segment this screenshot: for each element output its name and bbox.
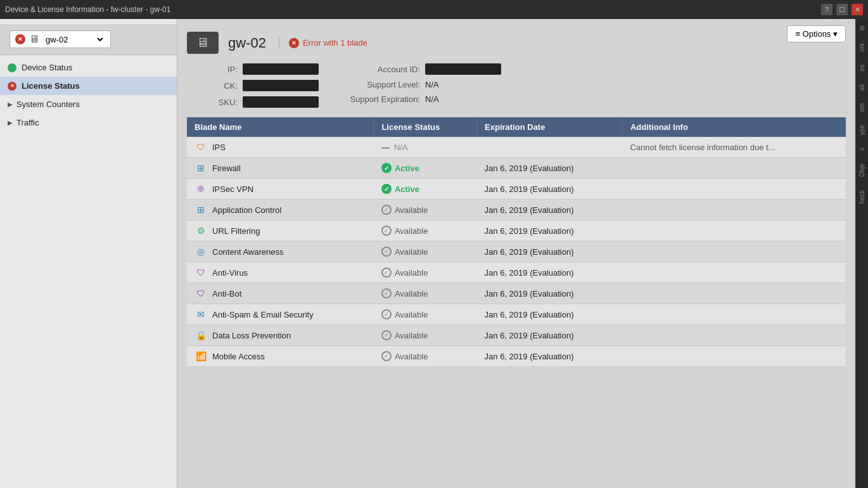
sidebar-item-license-status[interactable]: License Status [0, 77, 177, 95]
detail-row-support-level: Support Level: N/A [344, 80, 501, 89]
sidebar-item-label: Device Status [22, 63, 72, 72]
status-cell: ✓Available [374, 283, 477, 304]
status-text: Available [395, 289, 428, 299]
additional-info-cell [622, 325, 846, 346]
table-body: 🛡IPS—N/ACannot fetch license information… [187, 137, 846, 367]
table-row: 📶Mobile Access✓AvailableJan 6, 2019 (Eva… [187, 346, 846, 367]
right-panel-text-4: ati [858, 84, 865, 91]
additional-info-cell [622, 304, 846, 325]
blade-name: Application Control [212, 205, 281, 215]
right-panel-text-8: Obje [858, 164, 865, 177]
blade-icon: 🔒 [195, 329, 207, 342]
table-row: 🛡Anti-Virus✓AvailableJan 6, 2019 (Evalua… [187, 262, 846, 283]
blade-icon: ⊞ [195, 203, 207, 216]
sidebar-item-traffic[interactable]: ▶ Traffic [0, 113, 177, 132]
blade-name: Anti-Virus [212, 268, 248, 278]
expiration-cell: Jan 6, 2019 (Evaluation) [477, 262, 623, 283]
col-additional-info: Additional Info [622, 117, 846, 137]
restore-button[interactable]: ☐ [836, 4, 848, 15]
na-dash-icon: — [381, 143, 390, 152]
expiration-cell: Jan 6, 2019 (Evaluation) [477, 346, 623, 367]
status-cell: ✓Active [374, 158, 477, 179]
device-status-icon [8, 63, 16, 72]
available-check-icon: ✓ [381, 267, 392, 278]
status-text: Available [395, 310, 428, 319]
table-row: ✉Anti-Spam & Email Security✓AvailableJan… [187, 304, 846, 325]
ck-label: CK: [187, 81, 238, 91]
table-row: 🛡Anti-Bot✓AvailableJan 6, 2019 (Evaluati… [187, 283, 846, 304]
help-button[interactable]: ? [821, 4, 833, 15]
right-panel-text-2: ork [858, 43, 865, 52]
blade-cell: ✉Anti-Spam & Email Security [187, 304, 374, 325]
device-error-circle-icon: ✕ [289, 38, 299, 48]
sidebar-device-selector[interactable]: ✕ 🖥 gw-02 gw-01 [10, 30, 111, 48]
support-expiration-label: Support Expiration: [344, 94, 420, 104]
blade-icon: ⊞ [195, 162, 207, 174]
expiration-cell: Jan 6, 2019 (Evaluation) [477, 179, 623, 200]
right-panel: te ork es ati om ype s Obje heck [855, 19, 868, 488]
blade-icon: 🛡 [195, 266, 207, 279]
status-cell: —N/A [374, 137, 477, 158]
active-check-icon: ✓ [381, 184, 392, 194]
table-row: 🛡IPS—N/ACannot fetch license information… [187, 137, 846, 158]
sidebar-item-label: Traffic [16, 118, 39, 127]
additional-info-cell [622, 200, 846, 221]
status-cell: ✓Available [374, 200, 477, 221]
close-button[interactable]: ✕ [852, 4, 863, 15]
support-level-value: N/A [425, 80, 439, 89]
status-cell: ✓Available [374, 304, 477, 325]
available-check-icon: ✓ [381, 288, 392, 299]
device-details: IP: CK: SKU: Account ID: [187, 63, 846, 108]
status-text: Available [395, 226, 428, 236]
sidebar-item-system-counters[interactable]: ▶ System Counters [0, 95, 177, 113]
active-check-icon: ✓ [381, 163, 392, 173]
detail-col-right: Account ID: Support Level: N/A Support E… [344, 63, 501, 108]
additional-info-cell: Cannot fetch license information due t..… [622, 137, 846, 158]
status-text: Available [395, 331, 428, 340]
available-check-icon: ✓ [381, 330, 392, 340]
additional-info-cell [622, 241, 846, 262]
right-panel-text-1: te [858, 25, 865, 30]
blade-cell: ⊞Firewall [187, 158, 374, 179]
blade-name: Anti-Bot [212, 289, 241, 299]
detail-row-ip: IP: [187, 63, 319, 75]
blade-icon: ✉ [195, 308, 207, 321]
blade-name: Content Awareness [212, 247, 284, 257]
blade-icon: ◎ [195, 245, 207, 258]
device-error-icon: ✕ [15, 34, 25, 44]
options-button[interactable]: ≡ Options ▾ [787, 25, 846, 42]
status-text: N/A [394, 143, 408, 152]
expiration-cell [477, 137, 623, 158]
right-panel-text-9: heck [858, 190, 865, 203]
blade-icon: 📶 [195, 350, 207, 363]
additional-info-cell [622, 262, 846, 283]
blade-name: Mobile Access [212, 352, 265, 361]
ip-value [243, 63, 319, 75]
ip-label: IP: [187, 65, 238, 74]
sidebar-item-device-status[interactable]: Device Status [0, 58, 177, 77]
status-cell: ✓Available [374, 325, 477, 346]
status-cell: ✓Available [374, 241, 477, 262]
device-error-text: Error with 1 blade [303, 38, 367, 48]
device-select[interactable]: gw-02 gw-01 [43, 34, 105, 45]
table-row: ⊞Application Control✓AvailableJan 6, 201… [187, 200, 846, 221]
window-title: Device & License Information - fw-cluste… [5, 5, 170, 14]
right-panel-text-6: ype [858, 125, 865, 135]
blade-name: Firewall [212, 164, 241, 173]
status-text: Available [395, 268, 428, 278]
additional-info-text: Cannot fetch license information due t..… [630, 143, 807, 152]
right-panel-text-3: es [858, 65, 865, 72]
additional-info-cell [622, 283, 846, 304]
detail-col-left: IP: CK: SKU: [187, 63, 319, 108]
status-cell: ✓Available [374, 221, 477, 241]
blade-icon: 🛡 [195, 287, 207, 300]
detail-row-ck: CK: [187, 80, 319, 91]
status-text: Available [395, 247, 428, 257]
right-panel-text-5: om [858, 103, 865, 112]
table-row: 🔒Data Loss Prevention✓AvailableJan 6, 20… [187, 325, 846, 346]
device-header: 🖥 gw-02 ✕ Error with 1 blade [187, 32, 846, 54]
available-check-icon: ✓ [381, 247, 392, 257]
col-blade-name: Blade Name [187, 117, 374, 137]
table-header: Blade Name License Status Expiration Dat… [187, 117, 846, 137]
additional-info-cell [622, 179, 846, 200]
